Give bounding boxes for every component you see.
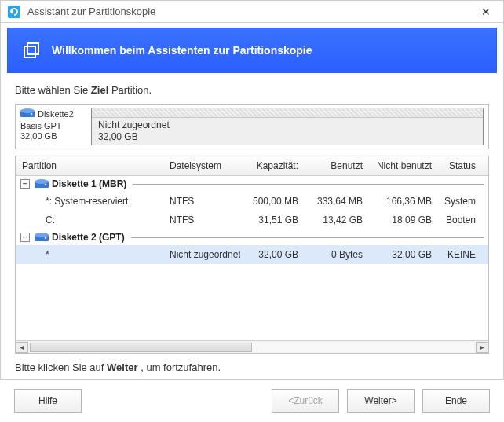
cell-unused: 32,00 GB bbox=[369, 245, 438, 264]
table-body: −Diskette 1 (MBR)*: System-reserviertNTF… bbox=[16, 176, 488, 340]
cell-partition: * bbox=[16, 245, 163, 264]
disk-name: Diskette2 bbox=[38, 109, 74, 119]
partition-table: Partition Dateisystem Kapazität: Benutzt… bbox=[15, 156, 489, 354]
content-area: Bitte wählen Sie Ziel Partition. Diskett… bbox=[1, 73, 503, 380]
cell-capacity: 31,51 GB bbox=[240, 211, 305, 229]
titlebar: Assistant zur Partitionskopie ✕ bbox=[1, 1, 503, 23]
disk-usage-bar[interactable]: Nicht zugeordnet 32,00 GB bbox=[91, 108, 484, 145]
cell-status: System bbox=[438, 192, 482, 211]
th-partition[interactable]: Partition bbox=[16, 156, 163, 175]
cell-used: 333,64 MB bbox=[305, 192, 369, 211]
disk-icon bbox=[35, 178, 49, 189]
instruction-choose-target: Bitte wählen Sie Ziel Partition. bbox=[15, 84, 489, 96]
cell-unused: 166,36 MB bbox=[369, 192, 438, 211]
instruction-bold: Ziel bbox=[91, 84, 108, 96]
th-capacity[interactable]: Kapazität: bbox=[240, 156, 305, 175]
disk-group-row[interactable]: −Diskette 1 (MBR) bbox=[16, 176, 488, 192]
svg-rect-3 bbox=[27, 43, 38, 54]
cell-unused: 18,09 GB bbox=[369, 211, 438, 229]
scroll-track[interactable] bbox=[30, 343, 474, 352]
cell-partition: C: bbox=[16, 211, 163, 229]
help-button[interactable]: Hilfe bbox=[14, 389, 82, 413]
disk-metadata: Diskette2 Basis GPT 32,00 GB bbox=[20, 108, 86, 145]
next-button[interactable]: Weiter> bbox=[347, 389, 415, 413]
svg-point-12 bbox=[35, 233, 49, 237]
close-button[interactable]: ✕ bbox=[475, 1, 497, 23]
th-filesystem[interactable]: Dateisystem bbox=[163, 156, 240, 175]
disk-group-label: Diskette 2 (GPT) bbox=[52, 232, 125, 243]
copy-stack-icon bbox=[22, 41, 41, 60]
instruction-text: , um fortzufahren. bbox=[141, 361, 221, 373]
disk-bar-strip bbox=[92, 108, 483, 118]
table-row[interactable]: *Nicht zugeordnet32,00 GB0 Bytes32,00 GB… bbox=[16, 245, 488, 264]
app-icon bbox=[7, 5, 21, 19]
disk-group-label: Diskette 1 (MBR) bbox=[52, 178, 126, 189]
cell-status: Booten bbox=[438, 211, 482, 229]
end-button[interactable]: Ende bbox=[422, 389, 490, 413]
window-title: Assistant zur Partitionskopie bbox=[27, 6, 155, 17]
instruction-text: Bitte klicken Sie auf bbox=[15, 361, 107, 373]
cell-capacity: 500,00 MB bbox=[240, 192, 305, 211]
cell-filesystem: NTFS bbox=[163, 192, 240, 211]
horizontal-scrollbar[interactable]: ◄ ► bbox=[16, 340, 488, 353]
disk-group-row[interactable]: −Diskette 2 (GPT) bbox=[16, 229, 488, 245]
banner: Willkommen beim Assistenten zur Partitio… bbox=[7, 28, 497, 73]
svg-point-11 bbox=[45, 237, 47, 240]
cell-used: 13,42 GB bbox=[305, 211, 369, 229]
svg-point-9 bbox=[35, 179, 49, 184]
instruction-text: Bitte wählen Sie bbox=[15, 84, 91, 96]
banner-title: Willkommen beim Assistenten zur Partitio… bbox=[52, 44, 312, 57]
th-status[interactable]: Status bbox=[438, 156, 482, 175]
svg-rect-2 bbox=[24, 46, 35, 57]
cell-status: KEINE bbox=[438, 245, 482, 264]
scroll-right-button[interactable]: ► bbox=[476, 342, 488, 353]
target-disk-overview: Diskette2 Basis GPT 32,00 GB Nicht zugeo… bbox=[15, 104, 489, 149]
svg-point-5 bbox=[31, 113, 33, 116]
disk-bar-size: 32,00 GB bbox=[98, 131, 477, 143]
disk-bar-label: Nicht zugeordnet bbox=[98, 119, 477, 131]
instruction-bold: Weiter bbox=[107, 361, 138, 373]
disk-size: 32,00 GB bbox=[20, 131, 86, 141]
svg-point-8 bbox=[45, 184, 47, 186]
scroll-left-button[interactable]: ◄ bbox=[16, 342, 28, 353]
disk-icon bbox=[35, 232, 49, 243]
cell-used: 0 Bytes bbox=[305, 245, 369, 264]
cell-partition: *: System-reserviert bbox=[16, 192, 163, 211]
table-row[interactable]: *: System-reserviertNTFS500,00 MB333,64 … bbox=[16, 192, 488, 211]
th-used[interactable]: Benutzt bbox=[305, 156, 369, 175]
table-header-row: Partition Dateisystem Kapazität: Benutzt… bbox=[16, 156, 488, 176]
svg-rect-0 bbox=[8, 6, 20, 18]
scroll-thumb[interactable] bbox=[30, 343, 252, 352]
cell-capacity: 32,00 GB bbox=[240, 245, 305, 264]
cell-filesystem: NTFS bbox=[163, 211, 240, 229]
instruction-continue: Bitte klicken Sie auf Weiter , um fortzu… bbox=[15, 361, 489, 373]
table-row[interactable]: C:NTFS31,51 GB13,42 GB18,09 GBBooten bbox=[16, 211, 488, 229]
disk-scheme: Basis GPT bbox=[20, 121, 86, 131]
collapse-toggle-icon[interactable]: − bbox=[20, 179, 30, 189]
cell-filesystem: Nicht zugeordnet bbox=[163, 245, 240, 264]
th-unused[interactable]: Nicht benutzt bbox=[369, 156, 438, 175]
back-button[interactable]: <Zurück bbox=[272, 389, 339, 413]
svg-point-6 bbox=[20, 108, 35, 113]
disk-icon bbox=[20, 108, 35, 121]
collapse-toggle-icon[interactable]: − bbox=[20, 233, 30, 242]
instruction-text: Partition. bbox=[111, 84, 152, 96]
footer-button-bar: Hilfe <Zurück Weiter> Ende bbox=[0, 379, 504, 422]
